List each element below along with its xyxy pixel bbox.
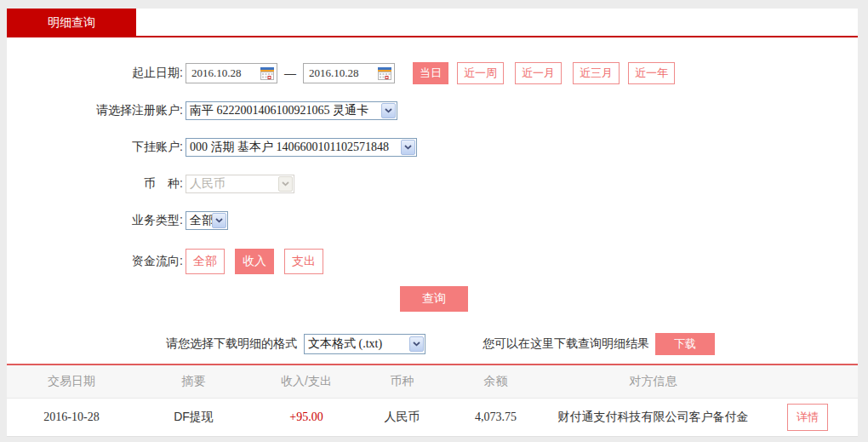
header-summary: 摘要 — [136, 374, 251, 389]
quick-range-month-button[interactable]: 近一月 — [515, 62, 562, 84]
quick-range-year-button[interactable]: 近一年 — [628, 62, 675, 84]
business-type-label: 业务类型: — [7, 213, 183, 228]
sub-account-label: 下挂账户: — [7, 140, 183, 155]
chevron-down-icon[interactable] — [212, 213, 226, 228]
calendar-icon[interactable] — [260, 67, 274, 80]
download-hint: 您可以在这里下载查询明细结果 — [483, 336, 649, 352]
download-format-select[interactable]: 文本格式 (.txt) — [304, 334, 425, 354]
sub-account-row: 下挂账户: 000 活期 基本户 1406600101102571848 — [7, 138, 858, 157]
cell-counterparty: 财付通支付科技有限公司客户备付金 — [549, 410, 757, 425]
date-to-input[interactable] — [309, 66, 374, 80]
cell-amount: +95.00 — [251, 410, 362, 424]
date-range-row: 起止日期: — — [7, 62, 858, 84]
date-from-field[interactable] — [186, 63, 277, 83]
fund-flow-all-button[interactable]: 全部 — [186, 249, 225, 274]
currency-label: 币 种: — [7, 176, 183, 192]
date-to-field[interactable] — [303, 63, 395, 83]
chevron-down-icon[interactable] — [409, 336, 424, 352]
business-type-value: 全部 — [186, 213, 212, 228]
sub-account-value: 000 活期 基本户 1406600101102571848 — [186, 140, 401, 155]
chevron-down-icon[interactable] — [381, 103, 396, 118]
date-from-input[interactable] — [191, 66, 256, 80]
tab-bar: 明细查询 — [7, 9, 858, 37]
business-type-select[interactable]: 全部 — [186, 211, 228, 230]
chevron-down-icon — [278, 176, 293, 192]
register-account-select[interactable]: 南平 6222001406100921065 灵通卡 — [186, 101, 397, 120]
download-row: 请您选择下载明细的格式 文本格式 (.txt) 您可以在这里下载查询明细结果 下… — [7, 333, 858, 354]
calendar-icon[interactable] — [378, 67, 391, 80]
currency-row: 币 种: 人民币 — [7, 175, 858, 193]
header-currency: 币种 — [362, 374, 443, 389]
query-button-row: 查询 — [7, 286, 858, 312]
quick-range-week-button[interactable]: 近一周 — [457, 62, 504, 84]
cell-currency: 人民币 — [362, 410, 443, 425]
download-button[interactable]: 下载 — [655, 333, 715, 355]
date-range-label: 起止日期: — [7, 66, 183, 81]
download-format-value: 文本格式 (.txt) — [305, 336, 409, 352]
download-format-label: 请您选择下载明细的格式 — [166, 336, 297, 352]
register-account-value: 南平 6222001406100921065 灵通卡 — [186, 103, 381, 118]
sub-account-select[interactable]: 000 活期 基本户 1406600101102571848 — [186, 138, 417, 157]
results-table: 交易日期 摘要 收入/支出 币种 余额 对方信息 2016-10-28 DF提现… — [7, 364, 858, 437]
quick-range-quarter-button[interactable]: 近三月 — [573, 62, 620, 84]
chevron-down-icon[interactable] — [401, 140, 415, 155]
register-account-label: 请选择注册账户: — [7, 103, 183, 118]
cell-balance: 4,073.75 — [443, 410, 549, 424]
fund-flow-expense-button[interactable]: 支出 — [284, 249, 323, 274]
main-panel: 明细查询 起止日期: — [7, 0, 858, 442]
query-form: 起止日期: — — [7, 37, 858, 364]
tab-detail-query[interactable]: 明细查询 — [7, 9, 136, 36]
header-balance: 余额 — [443, 374, 549, 389]
fund-flow-income-button[interactable]: 收入 — [235, 249, 274, 274]
query-button[interactable]: 查询 — [400, 286, 468, 312]
currency-value: 人民币 — [186, 176, 278, 192]
register-account-row: 请选择注册账户: 南平 6222001406100921065 灵通卡 — [7, 101, 858, 120]
cell-summary: DF提现 — [136, 410, 251, 425]
fund-flow-label: 资金流向: — [7, 254, 183, 269]
cell-date: 2016-10-28 — [7, 410, 136, 424]
currency-select: 人民币 — [186, 175, 294, 193]
business-type-row: 业务类型: 全部 — [7, 211, 858, 230]
header-amount: 收入/支出 — [251, 374, 362, 389]
table-row: 2016-10-28 DF提现 +95.00 人民币 4,073.75 财付通支… — [7, 398, 858, 437]
header-counterparty: 对方信息 — [549, 374, 757, 389]
fund-flow-row: 资金流向: 全部 收入 支出 — [7, 249, 858, 274]
header-date: 交易日期 — [7, 374, 136, 389]
cell-action: 详情 — [757, 404, 858, 431]
detail-button[interactable]: 详情 — [787, 404, 828, 431]
table-header-row: 交易日期 摘要 收入/支出 币种 余额 对方信息 — [7, 365, 858, 398]
quick-range-today-button[interactable]: 当日 — [413, 62, 448, 84]
date-separator: — — [284, 66, 296, 80]
